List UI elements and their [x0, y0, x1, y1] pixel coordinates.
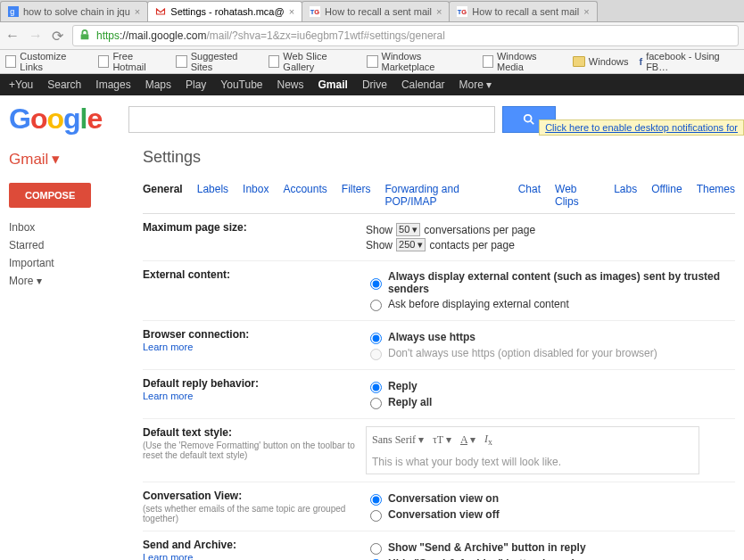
text-style-editor: Sans Serif ▾ τT ▾ A ▾ Ix This is what yo… [366, 426, 699, 474]
gbar-item[interactable]: +You [9, 78, 33, 91]
radio-conv-off[interactable] [370, 510, 382, 522]
gbar-item[interactable]: Calendar [401, 78, 445, 91]
row-max-page-size: Maximum page size: Show 50 ▾ conversatio… [143, 214, 735, 261]
font-select[interactable]: Sans Serif ▾ [372, 433, 424, 447]
close-icon[interactable]: × [135, 6, 140, 17]
bookmark-item[interactable]: Suggested Sites [176, 51, 258, 72]
forward-button[interactable]: → [29, 28, 43, 44]
gbar-item[interactable]: Drive [362, 78, 387, 91]
row-default-reply: Default reply behavior: Learn more Reply… [143, 370, 735, 419]
gmail-favicon [155, 6, 166, 17]
tab-inbox[interactable]: Inbox [243, 183, 269, 208]
page-icon [367, 55, 377, 68]
google-favicon: g [8, 6, 19, 17]
tab-forwarding[interactable]: Forwarding and POP/IMAP [384, 183, 503, 208]
sidebar-item-more[interactable]: More▾ [9, 272, 143, 290]
radio-external-always[interactable] [370, 278, 382, 290]
page-icon [176, 55, 186, 68]
bookmarks-bar: Customize Links Free Hotmail Suggested S… [0, 50, 744, 74]
tab-offline[interactable]: Offline [651, 183, 682, 208]
row-label: Maximum page size: [143, 221, 366, 253]
radio-https-always[interactable] [370, 333, 382, 344]
sidebar-item-starred[interactable]: Starred [9, 236, 143, 254]
clear-format-icon[interactable]: Ix [484, 432, 492, 447]
bookmark-item[interactable]: Windows Marketplace [367, 51, 471, 72]
tab-general[interactable]: General [143, 183, 183, 208]
svg-text:TG: TG [310, 8, 320, 16]
learn-more-link[interactable]: Learn more [143, 552, 366, 560]
sidebar-item-important[interactable]: Important [9, 254, 143, 272]
bookmark-item[interactable]: Web Slice Gallery [269, 51, 356, 72]
desktop-notification-bar[interactable]: Click here to enable desktop notificatio… [539, 119, 744, 136]
browser-tab[interactable]: TG How to recall a sent mail × [449, 1, 597, 21]
close-icon[interactable]: × [436, 6, 442, 17]
radio-external-ask[interactable] [370, 300, 382, 311]
gbar-item[interactable]: Search [47, 78, 81, 91]
bookmark-item[interactable]: Windows Media [483, 51, 562, 72]
contacts-select[interactable]: 250 ▾ [396, 238, 426, 251]
chevron-down-icon: ▾ [52, 150, 60, 169]
settings-tabs: General Labels Inbox Accounts Filters Fo… [143, 177, 735, 214]
gbar-item-more[interactable]: More ▾ [459, 78, 492, 91]
tab-title: How to recall a sent mail [472, 6, 579, 17]
google-logo: Google [9, 103, 102, 136]
compose-button[interactable]: COMPOSE [9, 183, 91, 208]
radio-reply[interactable] [370, 382, 382, 393]
tab-accounts[interactable]: Accounts [283, 183, 327, 208]
browser-tab[interactable]: TG How to recall a sent mail × [302, 1, 450, 21]
tab-title: Settings - rohatash.mca@ [170, 6, 284, 17]
tab-title: how to solve chain in jqu [23, 6, 130, 17]
radio-reply-all[interactable] [370, 398, 382, 409]
row-label: Send and Archive: [143, 539, 236, 551]
radio-conv-on[interactable] [370, 494, 382, 506]
tab-labs[interactable]: Labs [614, 183, 637, 208]
tab-labels[interactable]: Labels [197, 183, 228, 208]
search-input[interactable] [128, 106, 495, 133]
gbar-item-gmail[interactable]: Gmail [318, 78, 348, 91]
row-sublabel: (sets whether emails of the same topic a… [143, 504, 366, 523]
gbar-item[interactable]: Play [186, 78, 206, 91]
sidebar-item-inbox[interactable]: Inbox [9, 218, 143, 236]
gbar-item[interactable]: Maps [145, 78, 171, 91]
gmail-dropdown[interactable]: Gmail▾ [9, 146, 143, 179]
bookmark-item[interactable]: ffacebook - Using FB… [639, 51, 739, 72]
row-external-content: External content: Always display externa… [143, 261, 735, 321]
gbar-item[interactable]: YouTube [220, 78, 262, 91]
browser-tab[interactable]: g how to solve chain in jqu × [0, 1, 148, 21]
svg-rect-7 [81, 34, 89, 39]
radio-https-dont [370, 349, 382, 360]
conversations-select[interactable]: 50 ▾ [396, 223, 420, 236]
tab-webclips[interactable]: Web Clips [555, 183, 599, 208]
browser-tab[interactable]: Settings - rohatash.mca@ × [147, 1, 302, 21]
row-label: External content: [143, 268, 366, 313]
row-send-archive: Send and Archive: Learn more Show "Send … [143, 531, 735, 560]
radio-show-send-archive[interactable] [370, 543, 382, 555]
bookmark-item[interactable]: Windows [573, 56, 629, 67]
tab-filters[interactable]: Filters [342, 183, 371, 208]
back-button[interactable]: ← [5, 28, 20, 44]
text-color-icon[interactable]: A ▾ [460, 433, 475, 447]
learn-more-link[interactable]: Learn more [143, 342, 366, 352]
row-browser-connection: Browser connection: Learn more Always us… [143, 321, 735, 370]
tab-themes[interactable]: Themes [697, 183, 735, 208]
tab-chat[interactable]: Chat [518, 183, 541, 208]
learn-more-link[interactable]: Learn more [143, 391, 366, 401]
bookmark-item[interactable]: Customize Links [5, 51, 87, 72]
page-title: Settings [143, 148, 735, 167]
address-bar[interactable]: https://mail.google.com/mail/?shva=1&zx=… [72, 25, 739, 46]
reload-button[interactable]: ⟳ [52, 28, 63, 45]
page-icon [483, 55, 493, 68]
gbar-item[interactable]: News [277, 78, 304, 91]
tg-favicon: TG [457, 6, 467, 17]
svg-text:g: g [10, 7, 14, 16]
svg-point-8 [525, 114, 532, 121]
close-icon[interactable]: × [289, 6, 294, 17]
row-label: Conversation View: [143, 490, 242, 502]
gbar-item[interactable]: Images [95, 78, 130, 91]
page-icon [5, 55, 16, 68]
text-size-icon[interactable]: τT ▾ [433, 433, 451, 447]
bookmark-item[interactable]: Free Hotmail [98, 51, 165, 72]
row-sublabel: (Use the 'Remove Formatting' button on t… [143, 441, 366, 460]
close-icon[interactable]: × [583, 6, 589, 17]
gmail-sidebar: Gmail▾ COMPOSE Inbox Starred Important M… [9, 146, 143, 560]
